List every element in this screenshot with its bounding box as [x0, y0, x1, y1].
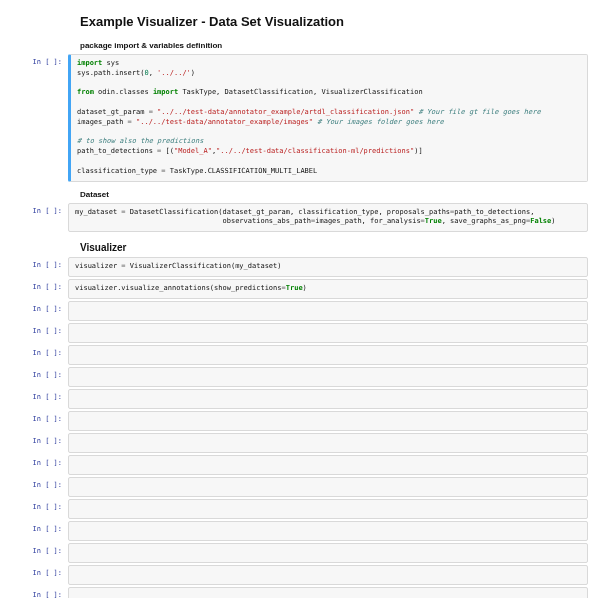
code-input[interactable]: import sys sys.path.insert(0, '../../') …: [68, 54, 588, 182]
code-input[interactable]: [68, 367, 588, 387]
code-cell-1[interactable]: In [ ]: import sys sys.path.insert(0, '.…: [12, 54, 588, 182]
code-cell-empty[interactable]: In [ ]:: [12, 521, 588, 541]
code-input[interactable]: [68, 389, 588, 409]
code-cell-4[interactable]: In [ ]: visualizer.visualize_annotations…: [12, 279, 588, 299]
cell-prompt: In [ ]:: [12, 477, 68, 497]
code-cell-empty[interactable]: In [ ]:: [12, 323, 588, 343]
section-package-import: package import & variables definition: [80, 41, 580, 50]
cell-prompt: In [ ]:: [12, 345, 68, 365]
section-dataset: Dataset: [80, 190, 580, 199]
code-input[interactable]: [68, 521, 588, 541]
code-cell-3[interactable]: In [ ]: visualizer = VisualizerClassific…: [12, 257, 588, 277]
code-cell-empty[interactable]: In [ ]:: [12, 543, 588, 563]
code-cell-empty[interactable]: In [ ]:: [12, 345, 588, 365]
cell-prompt: In [ ]:: [12, 587, 68, 598]
notebook-page: Example Visualizer - Data Set Visualizat…: [0, 0, 600, 598]
code-cell-empty[interactable]: In [ ]:: [12, 499, 588, 519]
cell-prompt: In [ ]:: [12, 455, 68, 475]
title-block: Example Visualizer - Data Set Visualizat…: [12, 14, 588, 50]
code-cell-empty[interactable]: In [ ]:: [12, 411, 588, 431]
code-input[interactable]: [68, 499, 588, 519]
cell-prompt: In [ ]:: [12, 521, 68, 541]
code-cell-2[interactable]: In [ ]: my_dataset = DatasetClassificati…: [12, 203, 588, 233]
code-input[interactable]: [68, 433, 588, 453]
code-cell-empty[interactable]: In [ ]:: [12, 389, 588, 409]
code-cell-empty[interactable]: In [ ]:: [12, 455, 588, 475]
cell-prompt: In [ ]:: [12, 499, 68, 519]
cell-prompt: In [ ]:: [12, 323, 68, 343]
section-dataset-wrap: Dataset: [12, 190, 588, 199]
code-cell-empty[interactable]: In [ ]:: [12, 587, 588, 598]
code-cell-empty[interactable]: In [ ]:: [12, 367, 588, 387]
cell-prompt: In [ ]:: [12, 565, 68, 585]
cell-prompt: In [ ]:: [12, 54, 68, 182]
cell-prompt: In [ ]:: [12, 257, 68, 277]
cell-prompt: In [ ]:: [12, 411, 68, 431]
code-input[interactable]: [68, 543, 588, 563]
code-input[interactable]: [68, 411, 588, 431]
code-cell-empty[interactable]: In [ ]:: [12, 433, 588, 453]
code-input[interactable]: [68, 565, 588, 585]
section-visualizer-wrap: Visualizer: [12, 242, 588, 253]
code-cell-empty[interactable]: In [ ]:: [12, 301, 588, 321]
cell-prompt: In [ ]:: [12, 203, 68, 233]
page-title: Example Visualizer - Data Set Visualizat…: [80, 14, 580, 29]
code-input[interactable]: [68, 345, 588, 365]
cell-prompt: In [ ]:: [12, 543, 68, 563]
code-input[interactable]: [68, 477, 588, 497]
cell-prompt: In [ ]:: [12, 389, 68, 409]
code-input[interactable]: my_dataset = DatasetClassification(datas…: [68, 203, 588, 233]
code-input[interactable]: [68, 323, 588, 343]
section-visualizer: Visualizer: [80, 242, 580, 253]
cell-prompt: In [ ]:: [12, 279, 68, 299]
cell-prompt: In [ ]:: [12, 433, 68, 453]
code-input[interactable]: visualizer = VisualizerClassification(my…: [68, 257, 588, 277]
code-input[interactable]: [68, 301, 588, 321]
cell-prompt: In [ ]:: [12, 301, 68, 321]
cell-prompt: In [ ]:: [12, 367, 68, 387]
code-input[interactable]: [68, 455, 588, 475]
code-input[interactable]: [68, 587, 588, 598]
code-cell-empty[interactable]: In [ ]:: [12, 477, 588, 497]
code-cell-empty[interactable]: In [ ]:: [12, 565, 588, 585]
code-input[interactable]: visualizer.visualize_annotations(show_pr…: [68, 279, 588, 299]
